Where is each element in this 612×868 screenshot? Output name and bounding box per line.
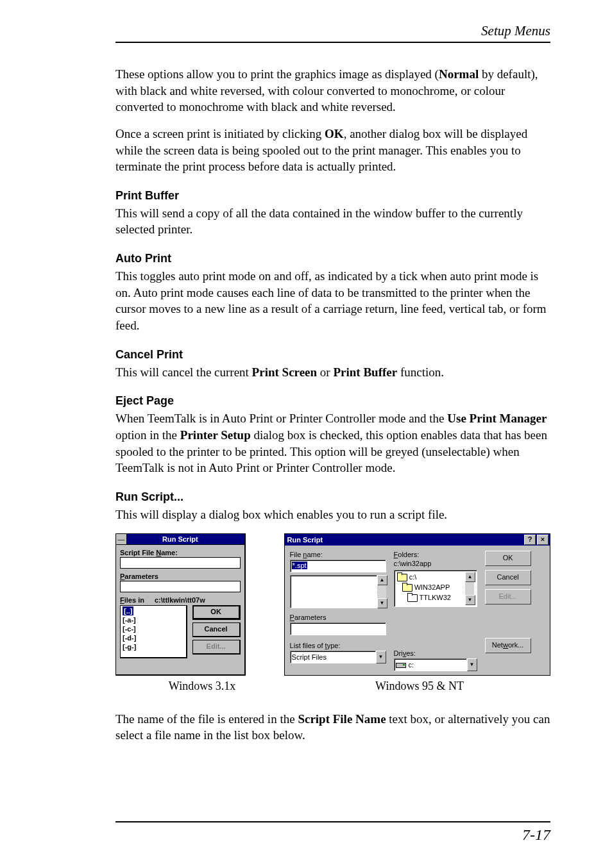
post-figure-text: The name of the file is entered in the S… — [115, 711, 550, 744]
text-auto-print: This toggles auto print mode on and off,… — [115, 268, 550, 334]
pt-a: The name of the file is entered in the — [115, 712, 298, 726]
ep-a: When TeemTalk is in Auto Print or Printe… — [115, 412, 447, 425]
path-files-in: c:\ttlkwin\tt07w — [155, 596, 205, 604]
input-script-file-name[interactable] — [120, 557, 241, 569]
p1a: These options allow you to print the gra… — [115, 67, 439, 81]
cp-c: function. — [397, 365, 444, 379]
combo-drives[interactable]: c: ▼ — [394, 658, 477, 670]
label-files-in: Files in — [120, 596, 144, 604]
p2a: Once a screen print is initiated by clic… — [115, 127, 325, 140]
close-icon[interactable]: × — [537, 535, 548, 545]
file-listbox-win95[interactable] — [290, 575, 377, 608]
chevron-down-icon[interactable]: ▼ — [467, 658, 477, 671]
page-number: 7-17 — [522, 826, 550, 843]
scrollbar[interactable]: ▲ ▼ — [377, 575, 386, 608]
input-parameters-win95[interactable] — [290, 622, 386, 635]
ep-b: option in the — [115, 428, 180, 442]
combo-file-type[interactable]: Script Files ▼ — [290, 651, 386, 662]
network-button[interactable]: Network... — [485, 638, 531, 653]
cp-a: This will cancel the current — [115, 365, 252, 379]
open-folder-icon — [397, 574, 407, 581]
system-menu-icon[interactable] — [116, 534, 127, 544]
para-2: Once a screen print is initiated by clic… — [115, 126, 550, 175]
cancel-button-win31[interactable]: Cancel — [192, 622, 241, 637]
ok-button-win31[interactable]: OK — [192, 605, 241, 620]
label-parameters-win95: Parameters — [290, 613, 386, 621]
scrollbar[interactable]: ▲ ▼ — [465, 572, 474, 605]
dialog-win95: Run Script ? × File name: *.spt ▲ — [284, 533, 550, 676]
scroll-up-icon[interactable]: ▲ — [465, 572, 475, 582]
chevron-down-icon[interactable]: ▼ — [376, 651, 386, 664]
ep-b2: Printer Setup — [180, 428, 251, 442]
list-item[interactable]: [-a-] — [123, 615, 184, 624]
titlebar-win95[interactable]: Run Script ? × — [285, 534, 550, 546]
help-icon[interactable]: ? — [524, 535, 536, 545]
list-item[interactable]: [-g-] — [123, 642, 184, 651]
open-folder-icon — [402, 584, 412, 592]
combo-value: c: — [409, 660, 414, 670]
folder-listbox[interactable]: c:\ WIN32APP TTLKW32 ▲ ▼ — [394, 570, 477, 607]
caption-win31: Windows 3.1x — [115, 680, 289, 693]
heading-auto-print: Auto Print — [115, 252, 550, 265]
list-item[interactable]: c:\ — [397, 572, 451, 582]
text-print-buffer: This will send a copy of all the data co… — [115, 205, 550, 238]
heading-run-script: Run Script... — [115, 490, 550, 504]
list-item[interactable]: WIN32APP — [397, 582, 451, 592]
text-eject-page: When TeemTalk is in Auto Print or Printe… — [115, 410, 550, 476]
p2-bold: OK — [325, 127, 344, 140]
label-drives: Drives: — [394, 649, 477, 657]
caption-win95: Windows 95 & NT — [289, 680, 550, 693]
title-text-win31: Run Script — [162, 535, 198, 543]
p1-bold: Normal — [439, 67, 479, 81]
edit-button-win95: Edit... — [485, 589, 531, 605]
list-item[interactable]: [-c-] — [123, 624, 184, 633]
list-item[interactable]: TTLKW32 — [397, 592, 451, 603]
cp-b: or — [317, 365, 333, 379]
cp-b2: Print Buffer — [333, 365, 397, 379]
label-list-files-type: List files of type: — [290, 642, 386, 649]
pt-b: Script File Name — [298, 712, 386, 726]
scroll-up-icon[interactable]: ▲ — [377, 575, 387, 585]
label-script-file-name: Script File Name: — [120, 549, 241, 556]
ep-b1: Use Print Manager — [447, 412, 547, 425]
para-1: These options allow you to print the gra… — [115, 66, 550, 115]
text-run-script: This will display a dialog box which ena… — [115, 506, 550, 523]
ok-button-win95[interactable]: OK — [485, 551, 531, 566]
titlebar-win31[interactable]: Run Script — [116, 534, 244, 545]
dialog-win31: Run Script Script File Name: Parameters … — [115, 533, 246, 676]
label-folders: Folders: — [394, 551, 477, 558]
combo-value: Script Files — [292, 652, 327, 662]
edit-button-win31: Edit... — [192, 640, 241, 655]
cancel-button-win95[interactable]: Cancel — [485, 570, 531, 585]
label-file-name: File name: — [290, 551, 386, 558]
heading-print-buffer: Print Buffer — [115, 189, 550, 203]
folder-icon — [407, 594, 418, 602]
heading-eject-page: Eject Page — [115, 394, 550, 408]
scroll-down-icon[interactable]: ▼ — [377, 598, 387, 608]
input-file-name[interactable]: *.spt — [290, 560, 386, 572]
folders-path: c:\win32app — [394, 560, 477, 567]
title-text-win95: Run Script — [287, 534, 323, 546]
drive-icon — [396, 663, 406, 668]
input-parameters-win31[interactable] — [120, 581, 241, 592]
cp-b1: Print Screen — [252, 365, 318, 379]
list-item[interactable]: [..] — [123, 606, 133, 615]
text-cancel-print: This will cancel the current Print Scree… — [115, 364, 550, 381]
scroll-down-icon[interactable]: ▼ — [465, 595, 475, 605]
list-item[interactable]: [-d-] — [123, 633, 184, 642]
file-listbox-win31[interactable]: [..] [-a-] [-c-] [-d-] [-g-] — [120, 605, 187, 658]
heading-cancel-print: Cancel Print — [115, 348, 550, 362]
label-parameters: Parameters — [120, 572, 241, 580]
section-title: Setup Menus — [115, 23, 550, 39]
